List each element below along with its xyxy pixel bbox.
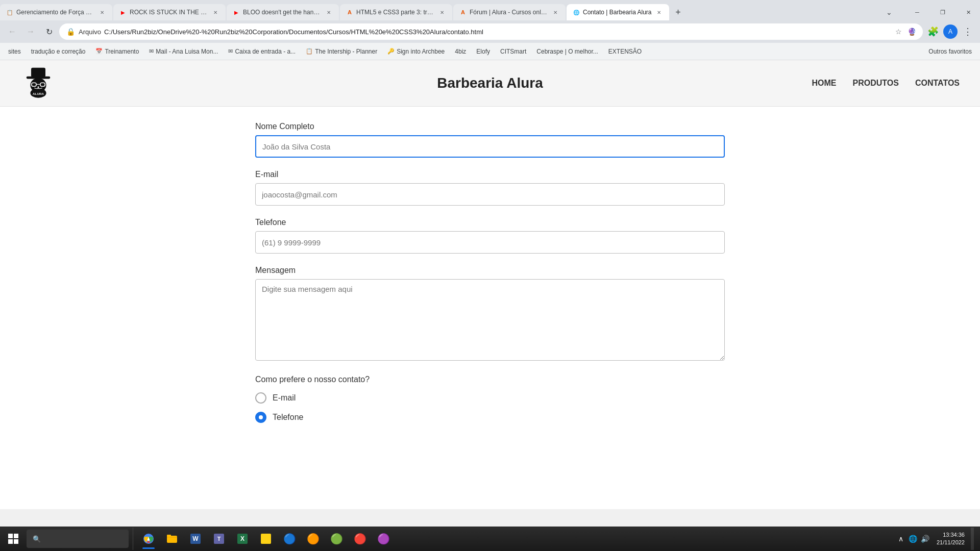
app6-icon: 🔵: [282, 532, 297, 546]
taskbar-chrome[interactable]: [137, 528, 160, 550]
extension-icon[interactable]: 🔮: [906, 27, 917, 37]
svg-rect-21: [262, 535, 270, 542]
svg-rect-13: [167, 535, 171, 537]
tab4-close[interactable]: ✕: [438, 8, 446, 16]
clock[interactable]: 13:34:36 21/11/2022: [933, 531, 969, 547]
taskbar-app6[interactable]: 🔵: [278, 528, 301, 550]
profile-button[interactable]: A: [943, 24, 958, 39]
taskbar-word[interactable]: W: [184, 528, 207, 550]
taskbar-sticky[interactable]: [255, 528, 277, 550]
tab1-close[interactable]: ✕: [98, 8, 106, 16]
site-title: Barbearia Alura: [437, 75, 543, 91]
tab5-close[interactable]: ✕: [551, 8, 559, 16]
forward-button[interactable]: →: [22, 23, 39, 40]
address-bar[interactable]: 🔒 Arquivo C:/Users/Run2biz/OneDrive%20-%…: [59, 23, 923, 40]
lock-icon: 🔒: [65, 27, 76, 37]
close-button[interactable]: ✕: [957, 4, 980, 20]
tab6-favicon: 🌐: [573, 9, 580, 16]
speaker-icon[interactable]: 🔊: [920, 534, 930, 544]
bookmark-treinamento-label: Treinamento: [105, 48, 139, 55]
settings-button[interactable]: ⋮: [960, 23, 976, 40]
app9-icon: 🔴: [353, 532, 367, 546]
telefone-input[interactable]: [255, 231, 725, 254]
bookmark-treinamento-favicon: 📅: [95, 48, 103, 55]
taskbar-excel[interactable]: X: [231, 528, 254, 550]
tab3-favicon: ▶: [233, 9, 240, 16]
tab-bloo[interactable]: ▶ BLOO doesn't get the hang of... ✕: [227, 4, 339, 20]
mensagem-textarea[interactable]: [255, 279, 725, 361]
mensagem-label: Mensagem: [255, 266, 725, 275]
svg-point-6: [37, 86, 39, 88]
taskbar-file-explorer[interactable]: [161, 528, 183, 550]
app7-icon: 🟠: [306, 532, 320, 546]
taskbar-app8[interactable]: 🟢: [325, 528, 348, 550]
svg-text:W: W: [192, 535, 199, 542]
bookmark-4biz[interactable]: 4biz: [451, 46, 470, 57]
time-display: 13:34:36: [937, 531, 965, 539]
extensions-button[interactable]: 🧩: [925, 23, 941, 40]
word-icon: W: [188, 532, 203, 546]
tab2-close[interactable]: ✕: [211, 8, 219, 16]
chevron-up-icon[interactable]: ∧: [896, 534, 906, 544]
tab-forum[interactable]: A Fórum | Alura - Cursos online... ✕: [453, 4, 566, 20]
nav-products[interactable]: PRODUTOS: [853, 79, 899, 88]
new-tab-button[interactable]: +: [670, 4, 687, 20]
radio-telefone-item[interactable]: Telefone: [255, 412, 725, 423]
back-button[interactable]: ←: [4, 23, 20, 40]
bookmark-cebraspe[interactable]: Cebraspe | O melhor...: [532, 46, 602, 57]
start-button[interactable]: [2, 528, 24, 550]
file-explorer-icon: [165, 532, 179, 546]
bookmark-caixa-favicon: ✉: [228, 48, 233, 55]
minimize-button[interactable]: ─: [905, 4, 929, 20]
bookmark-outros[interactable]: Outros favoritos: [924, 46, 976, 57]
tab-contato[interactable]: 🌐 Contato | Barbearia Alura ✕: [567, 4, 669, 20]
radio-telefone-circle[interactable]: [255, 412, 266, 423]
email-input[interactable]: [255, 183, 725, 206]
bookmark-sites[interactable]: sites: [4, 46, 25, 57]
taskbar-app7[interactable]: 🟠: [302, 528, 324, 550]
tab-gerenciamento[interactable]: 📋 Gerenciamento de Força de Tr... ✕: [0, 4, 112, 20]
svg-rect-1: [31, 68, 45, 78]
bookmark-sites-label: sites: [8, 48, 21, 55]
bookmark-intership[interactable]: 📋 The Intership - Planner: [302, 46, 381, 57]
bookmark-star-icon[interactable]: ☆: [893, 27, 903, 37]
date-display: 21/11/2022: [937, 539, 965, 546]
taskbar-app10[interactable]: 🟣: [372, 528, 395, 550]
taskbar-app9[interactable]: 🔴: [349, 528, 371, 550]
bookmark-mail-ana[interactable]: ✉ Mail - Ana Luisa Mon...: [145, 46, 222, 57]
radio-email-item[interactable]: E-mail: [255, 392, 725, 404]
email-label: E-mail: [255, 170, 725, 179]
bookmark-citsmart[interactable]: CITSmart: [496, 46, 530, 57]
bookmark-outros-label: Outros favoritos: [928, 48, 972, 55]
tab6-close[interactable]: ✕: [655, 8, 663, 16]
bookmark-extensao-label: EXTENSÃO: [608, 48, 642, 55]
address-bar-row: ← → ↻ 🔒 Arquivo C:/Users/Run2biz/OneDriv…: [0, 20, 980, 43]
tab-list-icon[interactable]: ⌄: [882, 5, 896, 19]
restore-button[interactable]: ❐: [931, 4, 954, 20]
bookmark-extensao[interactable]: EXTENSÃO: [604, 46, 646, 57]
tab-rock[interactable]: ▶ ROCK IS STUCK IN THE PAST (... ✕: [113, 4, 226, 20]
form-group-nome: Nome Completo: [255, 122, 725, 158]
radio-email-circle[interactable]: [255, 392, 266, 404]
bookmark-treinamento[interactable]: 📅 Treinamento: [91, 46, 143, 57]
nav-contacts[interactable]: CONTATOS: [915, 79, 960, 88]
nome-input[interactable]: [255, 135, 725, 158]
bookmark-mail-ana-label: Mail - Ana Luisa Mon...: [156, 48, 218, 55]
bookmark-archbee[interactable]: 🔑 Sign into Archbee: [383, 46, 449, 57]
taskbar-search-box[interactable]: 🔍: [27, 530, 129, 548]
network-icon[interactable]: 🌐: [908, 534, 918, 544]
bookmark-elofy[interactable]: Elofy: [472, 46, 494, 57]
tab3-close[interactable]: ✕: [325, 8, 333, 16]
nav-menu: HOME PRODUTOS CONTATOS: [812, 79, 960, 88]
reload-button[interactable]: ↻: [41, 23, 57, 40]
form-group-telefone: Telefone: [255, 218, 725, 254]
bookmark-traducao[interactable]: tradução e correção: [27, 46, 90, 57]
tab5-favicon: A: [459, 9, 467, 16]
show-desktop-icon[interactable]: [971, 528, 974, 550]
taskbar-teams[interactable]: T: [208, 528, 230, 550]
tab-html5[interactable]: A HTML5 e CSS3 parte 3: trabal... ✕: [340, 4, 452, 20]
site-header: ALURA Barbearia Alura HOME PRODUTOS CONT…: [0, 60, 980, 107]
form-group-mensagem: Mensagem: [255, 266, 725, 363]
bookmark-caixa[interactable]: ✉ Caixa de entrada - a...: [224, 46, 300, 57]
nav-home[interactable]: HOME: [812, 79, 837, 88]
